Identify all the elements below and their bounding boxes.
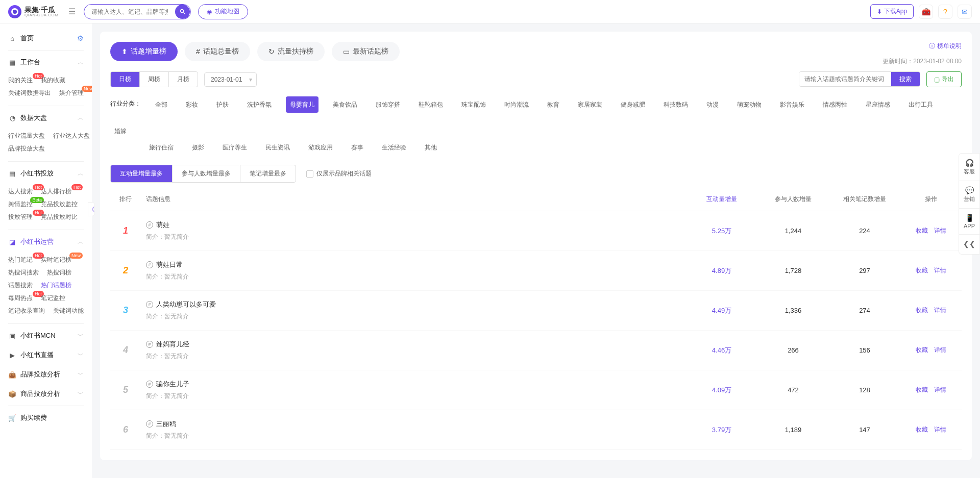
favorite-link[interactable]: 收藏 <box>916 425 928 434</box>
sidebar-sublink[interactable]: 投放管理Hot <box>8 213 33 221</box>
category-item[interactable]: 彩妆 <box>182 96 202 113</box>
category-item[interactable]: 萌宠动物 <box>733 96 766 113</box>
category-item[interactable]: 出行工具 <box>904 96 937 113</box>
sidebar-sublink[interactable]: 热搜词搜索 <box>8 268 39 277</box>
topic-title[interactable]: 人类幼崽可以多可爱 <box>156 300 216 309</box>
nav-xhs-put[interactable]: ▤小红书投放 ︿ <box>0 164 92 183</box>
category-item[interactable]: 时尚潮流 <box>500 96 533 113</box>
topic-search-input[interactable] <box>799 72 891 86</box>
help-icon[interactable]: ? <box>938 5 952 19</box>
dock-item[interactable]: 📱APP <box>959 209 979 235</box>
period-tab[interactable]: 月榜 <box>169 72 198 87</box>
sidebar-sublink[interactable]: 关键词功能 <box>53 307 84 315</box>
function-map-button[interactable]: ◉ 功能地图 <box>198 4 248 19</box>
mail-icon[interactable]: ✉ <box>958 5 972 19</box>
favorite-link[interactable]: 收藏 <box>916 306 928 315</box>
category-item[interactable]: 影音娱乐 <box>776 96 808 113</box>
sidebar-sublink[interactable]: 舆情监控Beta <box>8 200 33 209</box>
sidebar-sublink[interactable]: 达人排行榜Hot <box>41 187 71 196</box>
category-item[interactable]: 生活经验 <box>378 139 410 156</box>
main-tab[interactable]: ⬆话题增量榜 <box>110 42 178 61</box>
nav-renew[interactable]: 🛒购买续费 <box>0 408 92 427</box>
sort-tab[interactable]: 互动量增量最多 <box>111 165 173 182</box>
detail-link[interactable]: 详情 <box>934 346 946 355</box>
category-item[interactable]: 情感两性 <box>819 96 851 113</box>
sort-tab[interactable]: 参与人数增量最多 <box>173 165 240 182</box>
category-item[interactable]: 家居家装 <box>574 96 606 113</box>
detail-link[interactable]: 详情 <box>934 425 946 434</box>
sidebar-sublink[interactable]: 笔记收录查询 <box>8 307 45 315</box>
sidebar-sublink[interactable]: 关键词数据导出 <box>8 89 51 97</box>
favorite-link[interactable]: 收藏 <box>916 227 928 235</box>
sidebar-collapse-icon[interactable]: ☰ <box>68 7 76 16</box>
dock-item[interactable]: ❮❮ <box>959 235 979 254</box>
category-item[interactable]: 珠宝配饰 <box>457 96 490 113</box>
topic-title[interactable]: 萌娃 <box>156 220 169 230</box>
category-item[interactable]: 摄影 <box>188 139 208 156</box>
category-item[interactable]: 民生资讯 <box>261 139 294 156</box>
dock-item[interactable]: 💬营销 <box>959 181 979 209</box>
sidebar-sublink[interactable]: 行业流量大盘 <box>8 132 45 140</box>
topic-title[interactable]: 骗你生儿子 <box>156 380 189 389</box>
sidebar-sublink[interactable]: 每周热点Hot <box>8 294 33 303</box>
favorite-link[interactable]: 收藏 <box>916 266 928 275</box>
detail-link[interactable]: 详情 <box>934 386 946 394</box>
sidebar-sublink[interactable]: 我的收藏 <box>41 76 65 85</box>
category-item[interactable]: 其他 <box>421 139 441 156</box>
sort-tab[interactable]: 笔记增量最多 <box>240 165 296 182</box>
th-interaction[interactable]: 互动量增量 <box>686 195 757 204</box>
search-button[interactable] <box>175 5 190 19</box>
topic-title[interactable]: 辣妈育儿经 <box>156 340 189 349</box>
nav-workbench[interactable]: ▦工作台 ︿ <box>0 53 92 72</box>
search-input[interactable] <box>84 8 175 15</box>
detail-link[interactable]: 详情 <box>934 227 946 235</box>
dock-item[interactable]: 🎧客服 <box>959 154 979 181</box>
topic-title[interactable]: 萌娃日常 <box>156 260 183 269</box>
sidebar-sublink[interactable]: 行业达人大盘 <box>53 132 90 140</box>
category-item[interactable]: 医疗养生 <box>218 139 251 156</box>
category-item[interactable]: 赛事 <box>347 139 368 156</box>
category-item[interactable]: 教育 <box>543 96 564 113</box>
nav-home[interactable]: ⌂首页 ⚙ <box>0 29 92 48</box>
sidebar-sublink[interactable]: 笔记监控 <box>41 294 65 303</box>
help-link[interactable]: ⓘ榜单说明 <box>929 42 962 51</box>
category-item[interactable]: 动漫 <box>702 96 723 113</box>
nav-live[interactable]: ▶小红书直播 ﹀ <box>0 345 92 365</box>
sidebar-sublink[interactable]: 媒介管理New <box>59 89 84 97</box>
category-item[interactable]: 婚嫁 <box>110 123 131 139</box>
category-item[interactable]: 鞋靴箱包 <box>414 96 447 113</box>
sidebar-sublink[interactable]: 竞品投放监控 <box>41 200 78 209</box>
main-tab[interactable]: ↻流量扶持榜 <box>257 42 325 61</box>
nav-mcn[interactable]: ▣小红书MCN ﹀ <box>0 326 92 345</box>
th-participants[interactable]: 参与人数增量 <box>757 195 829 204</box>
main-tab[interactable]: ▭最新话题榜 <box>332 42 400 61</box>
favorite-link[interactable]: 收藏 <box>916 346 928 355</box>
category-item[interactable]: 旅行住宿 <box>145 139 178 156</box>
category-item[interactable]: 科技数码 <box>659 96 692 113</box>
nav-data-overview[interactable]: ◔数据大盘 ︿ <box>0 108 92 128</box>
nav-xhs-operation[interactable]: ◪小红书运营 ︿ <box>0 232 92 251</box>
category-item[interactable]: 游戏应用 <box>304 139 337 156</box>
sidebar-sublink[interactable]: 热门笔记Hot <box>8 256 33 264</box>
sidebar-sublink[interactable]: 品牌投放大盘 <box>8 144 45 153</box>
sidebar-sublink[interactable]: 实时笔记榜New <box>41 256 71 264</box>
download-app-button[interactable]: ⬇ 下载App <box>870 4 914 19</box>
export-button[interactable]: ▢导出 <box>926 71 962 87</box>
category-item[interactable]: 美食饮品 <box>329 96 361 113</box>
gear-icon[interactable]: ⚙ <box>77 34 84 42</box>
main-tab[interactable]: #话题总量榜 <box>185 42 250 61</box>
category-item[interactable]: 护肤 <box>212 96 233 113</box>
period-tab[interactable]: 周榜 <box>140 72 169 87</box>
collapse-handle[interactable]: 《 <box>88 202 95 216</box>
category-item[interactable]: 洗护香氛 <box>243 96 276 113</box>
category-item[interactable]: 星座情感 <box>862 96 894 113</box>
category-item[interactable]: 健身减肥 <box>617 96 649 113</box>
topic-search-button[interactable]: 搜索 <box>891 72 920 86</box>
brand-only-checkbox[interactable]: 仅展示品牌相关话题 <box>306 169 372 178</box>
nav-brand-analysis[interactable]: 👜品牌投放分析 ﹀ <box>0 365 92 384</box>
favorite-link[interactable]: 收藏 <box>916 386 928 394</box>
sidebar-sublink[interactable]: 达人搜索Hot <box>8 187 33 196</box>
detail-link[interactable]: 详情 <box>934 306 946 315</box>
period-tab[interactable]: 日榜 <box>111 72 140 87</box>
sidebar-sublink[interactable]: 热搜词榜 <box>47 268 71 277</box>
